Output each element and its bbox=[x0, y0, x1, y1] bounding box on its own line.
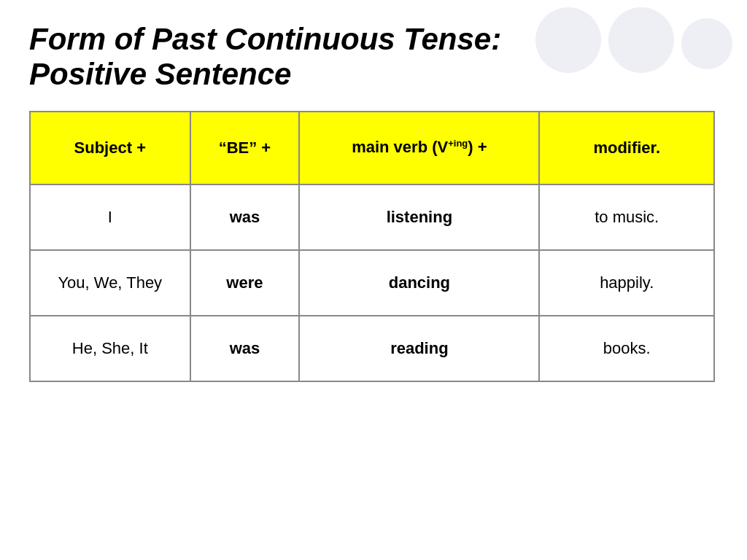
cell-subject: You, We, They bbox=[30, 250, 190, 316]
cell-verb: listening bbox=[299, 184, 539, 250]
cell-modifier: to music. bbox=[539, 184, 714, 250]
title-block: Form of Past Continuous Tense: Positive … bbox=[29, 22, 718, 93]
table-body: Iwaslisteningto music.You, We, Theywered… bbox=[30, 184, 714, 381]
cell-modifier: happily. bbox=[539, 250, 714, 316]
header-subject: Subject + bbox=[30, 112, 190, 184]
cell-be: were bbox=[190, 250, 300, 316]
cell-subject: I bbox=[30, 184, 190, 250]
table-row: He, She, Itwasreadingbooks. bbox=[30, 316, 714, 381]
cell-modifier: books. bbox=[539, 316, 714, 381]
table-header-row: Subject + “BE” + main verb (V+ing) + mod… bbox=[30, 112, 714, 184]
table-row: Iwaslisteningto music. bbox=[30, 184, 714, 250]
title-line1: Form of Past Continuous Tense: bbox=[29, 22, 718, 57]
title-line2: Positive Sentence bbox=[29, 57, 718, 92]
cell-be: was bbox=[190, 316, 300, 381]
table-row: You, We, Theyweredancinghappily. bbox=[30, 250, 714, 316]
cell-verb: reading bbox=[299, 316, 539, 381]
header-verb: main verb (V+ing) + bbox=[299, 112, 539, 184]
cell-subject: He, She, It bbox=[30, 316, 190, 381]
grammar-table: Subject + “BE” + main verb (V+ing) + mod… bbox=[29, 111, 715, 382]
cell-be: was bbox=[190, 184, 300, 250]
header-be: “BE” + bbox=[190, 112, 300, 184]
cell-verb: dancing bbox=[299, 250, 539, 316]
header-verb-prefix: main verb (V bbox=[352, 139, 448, 157]
header-verb-suffix: ) + bbox=[468, 139, 487, 157]
header-modifier: modifier. bbox=[539, 112, 714, 184]
page: Form of Past Continuous Tense: Positive … bbox=[0, 0, 747, 560]
header-verb-superscript: +ing bbox=[448, 138, 468, 149]
